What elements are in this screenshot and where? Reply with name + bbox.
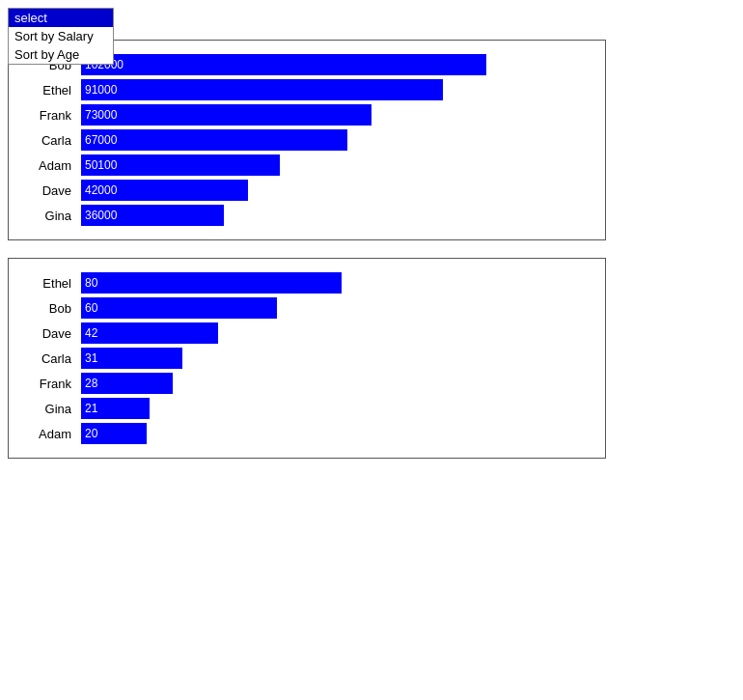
bar-label: Adam <box>18 158 71 173</box>
dropdown-item-salary[interactable]: Sort by Salary <box>9 27 113 45</box>
table-row: Gina21 <box>18 398 595 419</box>
bar: 36000 <box>81 205 224 226</box>
bar: 73000 <box>81 104 372 126</box>
dropdown-menu: selectSort by SalarySort by Age <box>8 8 114 65</box>
bar-label: Adam <box>18 427 71 441</box>
bar: 31 <box>81 348 182 369</box>
bar: 42000 <box>81 180 248 201</box>
table-row: Ethel91000 <box>18 79 595 100</box>
table-row: Dave42 <box>18 322 595 344</box>
bar: 28 <box>81 373 173 394</box>
bar-label: Frank <box>18 108 71 123</box>
bar-value: 21 <box>85 402 97 415</box>
table-row: Frank28 <box>18 373 595 394</box>
bar-value: 20 <box>85 427 97 440</box>
table-row: Ethel80 <box>18 272 595 294</box>
bar-value: 28 <box>85 377 97 390</box>
bar-label: Carla <box>18 133 71 148</box>
dropdown-item-age[interactable]: Sort by Age <box>9 45 113 64</box>
bar-label: Bob <box>18 301 71 316</box>
table-row: Bob60 <box>18 297 595 319</box>
bar-label: Carla <box>18 351 71 366</box>
bar: 60 <box>81 297 277 319</box>
table-row: Carla31 <box>18 348 595 369</box>
bar-label: Gina <box>18 209 71 223</box>
bar-value: 50100 <box>85 158 117 172</box>
bar: 20 <box>81 423 147 444</box>
bar: 80 <box>81 272 342 294</box>
table-row: Dave42000 <box>18 180 595 201</box>
bar-value: 67000 <box>85 133 117 147</box>
dropdown-item-select[interactable]: select <box>9 9 113 27</box>
bar-label: Frank <box>18 377 71 391</box>
bar-value: 36000 <box>85 209 117 222</box>
bar: 67000 <box>81 129 347 151</box>
bar-value: 42 <box>85 326 97 340</box>
bar-value: 31 <box>85 351 97 365</box>
table-row: Carla67000 <box>18 129 595 151</box>
table-row: Adam20 <box>18 423 595 444</box>
bar: 102000 <box>81 54 486 75</box>
bar-label: Ethel <box>18 276 71 291</box>
bar-value: 80 <box>85 276 97 290</box>
bar-label: Dave <box>18 183 71 198</box>
salary-chart: Bob102000Ethel91000Frank73000Carla67000A… <box>8 40 606 240</box>
table-row: Adam50100 <box>18 154 595 176</box>
bar-label: Gina <box>18 402 71 416</box>
bar-label: Ethel <box>18 83 71 98</box>
bar: 42 <box>81 322 218 344</box>
age-chart: Ethel80Bob60Dave42Carla31Frank28Gina21Ad… <box>8 258 606 459</box>
bar-value: 91000 <box>85 83 117 97</box>
bar: 91000 <box>81 79 443 100</box>
table-row: Gina36000 <box>18 205 595 226</box>
bar-value: 73000 <box>85 108 117 122</box>
bar-value: 42000 <box>85 183 117 197</box>
bar: 50100 <box>81 154 280 176</box>
bar: 21 <box>81 398 150 419</box>
sort-dropdown[interactable]: selectSort by SalarySort by Age selectSo… <box>8 8 114 30</box>
bar-value: 60 <box>85 301 97 315</box>
bar-label: Dave <box>18 326 71 341</box>
table-row: Frank73000 <box>18 104 595 126</box>
